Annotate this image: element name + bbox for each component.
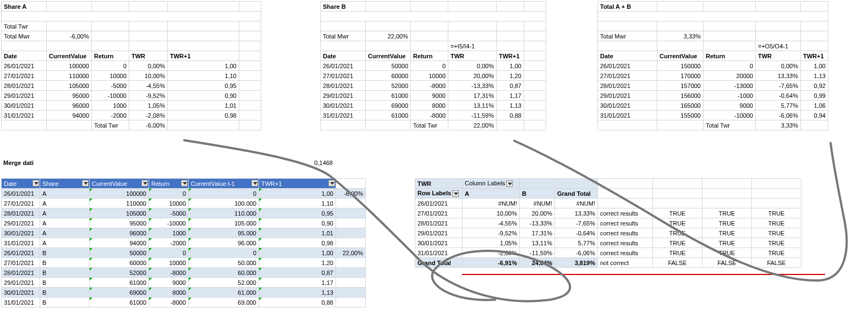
- filter-currentvalue-t1[interactable]: CurrentValue t-1: [189, 179, 259, 189]
- table-header-row: Date CurrentValue Return TWR TWR+1: [2, 51, 261, 61]
- table-row: 31/01/202194000-2000-2,08%0,98: [2, 111, 261, 120]
- table-header-row: Date CurrentValue Return TWR TWR+1: [598, 51, 828, 61]
- table-row: 31/01/2021A94000-200096.0000,98: [2, 238, 366, 248]
- table-header-row: Date CurrentValue Return TWR TWR+1: [321, 51, 546, 61]
- total-twr-footer-value: 3,33%: [756, 120, 801, 130]
- table-row: 29/01/202195000-10000-9,52%0,90: [2, 91, 261, 101]
- total-mwr-value: 22,00%: [366, 31, 411, 41]
- total-twr-footer: Total Twr: [704, 120, 756, 130]
- table-row: 28/01/2021105000-5000-4,55%0,95: [2, 81, 261, 91]
- grand-total-label: Grand Total: [415, 258, 463, 268]
- dropdown-icon[interactable]: [82, 180, 89, 186]
- table-row: 27/01/20211100001000010,00%1,10: [2, 71, 261, 81]
- table-row: 28/01/2021A105000-5000110.0000,95: [2, 208, 366, 218]
- filter-currentvalue[interactable]: CurrentValue: [90, 179, 149, 189]
- pivot-col-a: A: [463, 189, 520, 199]
- merge-title: Merge dati: [3, 160, 34, 166]
- filter-share[interactable]: Share: [40, 179, 90, 189]
- total-twr-label: Total Twr: [2, 21, 47, 31]
- table-row: 26/01/2021B50000001,0022,00%: [2, 248, 366, 258]
- merge-table: Date Share CurrentValue Return CurrentVa…: [1, 178, 366, 307]
- table-row: 27/01/2021A11000010000100.0001,10: [2, 199, 366, 208]
- table-row: 30/01/2021B69000800061.0001,13: [2, 288, 366, 298]
- share-a-table: Share A Total Twr Total Mwr -6,00% Date …: [1, 1, 261, 130]
- table-row: 26/01/202115000000,00%1,00: [598, 61, 828, 71]
- table-row: 31/01/2021-2,08%-11,59%-6,06%correct res…: [415, 248, 801, 258]
- table-row: 27/01/20211700002000013,33%1,13: [598, 71, 828, 81]
- table-row: 29/01/2021-9,52%17,31%-0,64%correct resu…: [415, 228, 801, 238]
- table-row: 28/01/202152000-8000-13,33%0,87: [321, 81, 546, 91]
- pivot-twr-label: TWR: [415, 179, 463, 189]
- pivot-col-grandtotal: Grand Total: [555, 189, 598, 199]
- dropdown-icon[interactable]: [181, 180, 188, 186]
- filter-twr1[interactable]: TWR+1: [259, 179, 336, 189]
- total-ab-table: Total A + B Total Mwr 3,33% =+O5/O4-1 Da…: [597, 1, 828, 130]
- share-b-title: Share B: [321, 2, 366, 12]
- dropdown-icon[interactable]: [452, 190, 459, 197]
- dropdown-icon[interactable]: [251, 180, 258, 186]
- not-correct-label: not correct: [598, 258, 653, 268]
- table-row: 28/01/2021B52000-800060.0000,87: [2, 268, 366, 278]
- share-a-title: Share A: [2, 2, 47, 12]
- total-twr-footer: Total Twr: [92, 120, 129, 130]
- table-row: 27/01/202110,00%20,00%13,33%correct resu…: [415, 208, 801, 218]
- table-row: 27/01/2021B600001000050.0001,20: [2, 258, 366, 268]
- table-row: 26/01/20215000000,00%1,00: [321, 61, 546, 71]
- pivot-column-labels[interactable]: Column Labels: [463, 179, 520, 189]
- dropdown-icon[interactable]: [141, 180, 148, 186]
- total-mwr-value: -6,00%: [47, 31, 92, 41]
- filter-date[interactable]: Date: [2, 179, 40, 189]
- table-row: 28/01/2021-4,55%-13,33%-7,65%correct res…: [415, 218, 801, 228]
- table-row: 29/01/2021156000-1000-0,64%0,99: [598, 91, 828, 101]
- table-row: 30/01/20211,05%13,11%5,77%correct result…: [415, 238, 801, 248]
- table-row: 31/01/202161000-8000-11,59%0,88: [321, 111, 546, 120]
- table-row: 30/01/2021A96000100095.0001,01: [2, 228, 366, 238]
- total-mwr-label: Total Mwr: [598, 31, 657, 41]
- pivot-col-b: B: [520, 189, 555, 199]
- merge-side-value: 0,1468: [300, 160, 333, 166]
- formula-hint: =+O5/O4-1: [756, 41, 801, 51]
- dropdown-icon[interactable]: [328, 180, 335, 186]
- total-twr-footer-value: 22,00%: [448, 120, 497, 130]
- total-ab-title: Total A + B: [598, 2, 657, 12]
- table-row: 29/01/2021A95000-10000105.0000,90: [2, 218, 366, 228]
- table-row: 30/01/202169000800013,11%1,13: [321, 101, 546, 111]
- filter-return[interactable]: Return: [149, 179, 189, 189]
- share-b-table: Share B Total Mwr 22,00% =+I5/I4-1 Date …: [320, 1, 546, 130]
- total-mwr-label: Total Mwr: [321, 31, 366, 41]
- pivot-row-labels[interactable]: Row Labels: [415, 189, 463, 199]
- formula-hint: =+I5/I4-1: [448, 41, 497, 51]
- pivot-table: TWR Column Labels Row Labels A B Grand T…: [415, 178, 801, 268]
- dropdown-icon[interactable]: [32, 180, 39, 186]
- table-row: 31/01/2021155000-10000-6,06%0,94: [598, 111, 828, 120]
- total-mwr-label: Total Mwr: [2, 31, 47, 41]
- table-row: 26/01/202110000000,00%1,00: [2, 61, 261, 71]
- annotation-red-line: [462, 274, 825, 275]
- table-row: 30/01/20219600010001,05%1,01: [2, 101, 261, 111]
- table-row: 29/01/202161000900017,31%1,17: [321, 91, 546, 101]
- merge-header-row: Date Share CurrentValue Return CurrentVa…: [2, 179, 366, 189]
- pivot-grand-total-row: Grand Total -6,91% 24,84% 3,819% not cor…: [415, 258, 801, 268]
- total-twr-footer-value: -6,00%: [129, 120, 168, 130]
- total-twr-footer: Total Twr: [411, 120, 448, 130]
- total-mwr-value: 3,33%: [657, 31, 704, 41]
- dropdown-icon[interactable]: [506, 180, 513, 187]
- table-row: 26/01/2021A100000001,00-6,00%: [2, 189, 366, 199]
- table-row: 30/01/202116500090005,77%1,06: [598, 101, 828, 111]
- table-row: 28/01/2021157000-13000-7,65%0,92: [598, 81, 828, 91]
- table-row: 26/01/2021#NUM!#NUM!#NUM!: [415, 199, 801, 208]
- table-row: 31/01/2021B61000-800069.0000,88: [2, 298, 366, 307]
- table-row: 29/01/2021B61000900052.0001,17: [2, 278, 366, 288]
- table-row: 27/01/2021600001000020,00%1,20: [321, 71, 546, 81]
